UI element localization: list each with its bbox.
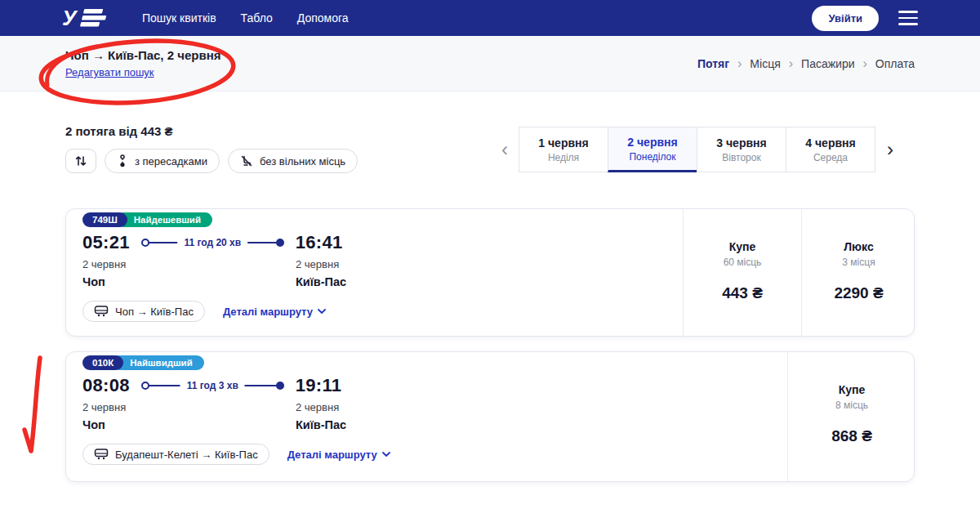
route-details-link[interactable]: Деталі маршруту [223,306,326,318]
date-label: 3 червня [716,136,766,150]
edit-search-link[interactable]: Редагувати пошук [65,66,220,78]
fare-class-label: Люкс [844,240,873,253]
fare-seats-label: 3 місця [842,257,875,268]
route-details-label: Деталі маршруту [223,306,313,318]
departure-station: Чоп [82,418,105,431]
svg-text:У: У [62,7,78,29]
chevron-right-icon: › [789,57,793,70]
chevron-down-icon [382,452,390,457]
full-route-label: Будапешт-Келеті → Київ-Пас [115,449,258,461]
train-card-010: 010К Найшвидший 08:08 11 год 3 хв 19:11 … [65,351,915,482]
route-timeline: 11 год 20 хв [141,234,284,252]
fastest-badge: Найшвидший [112,355,204,370]
main-nav: Пошук квитків Табло Допомога [142,11,349,25]
train-number-badge: 010К [82,355,123,370]
chevron-down-icon [318,309,326,314]
arrival-station: Київ-Пас [296,275,346,288]
fare-price: 443 ₴ [722,284,763,302]
train-card-749: 749Ш Найдешевший 05:21 11 год 20 хв 16:4… [65,208,915,337]
date-tab-june-4[interactable]: 4 червня Середа [786,127,875,172]
arrival-dot-icon [276,239,284,247]
weekday-label: Вівторок [722,152,760,163]
departure-date: 2 червня [82,401,126,413]
full-route-label: Чоп → Київ-Пас [115,306,194,318]
chevron-right-icon: › [863,57,867,70]
departure-time: 05:21 [82,232,130,253]
breadcrumb-step-train[interactable]: Потяг [697,57,729,70]
results-summary: 2 потяга від 443 ₴ [65,124,173,138]
train-number-badge: 749Ш [82,212,127,227]
arrival-dot-icon [276,382,284,390]
date-tab-june-1[interactable]: 1 червня Неділя [519,127,608,172]
weekday-label: Понеділок [629,151,675,163]
breadcrumb-step-passengers: Пасажири [801,57,854,70]
duration-label: 11 год 3 хв [180,380,245,391]
departure-station: Чоп [82,275,105,288]
topbar-right: Увійти [812,6,918,31]
cheapest-badge: Найдешевший [116,212,212,227]
arrival-date: 2 червня [296,258,339,270]
uz-logo-icon: У [62,7,109,29]
chevron-right-icon: › [737,57,742,70]
arrival-time: 16:41 [296,232,343,253]
full-route-button[interactable]: Чоп → Київ-Пас [82,301,205,322]
no-seats-icon [240,154,253,167]
nav-search-tickets[interactable]: Пошук квитків [142,11,216,25]
fare-kupe[interactable]: Купе 60 місць 443 ₴ [683,209,801,336]
date-label: 1 червня [538,136,588,150]
times-row: 05:21 11 год 20 хв 16:41 [82,232,343,253]
fare-class-label: Купе [729,240,756,253]
breadcrumb-step-payment: Оплата [875,57,915,70]
arrival-station: Київ-Пас [296,418,346,431]
red-check-annotation [16,350,57,460]
sort-icon [74,154,87,167]
breadcrumb: Потяг › Місця › Пасажири › Оплата [697,57,915,70]
departure-time: 08:08 [82,375,130,396]
filter-no-free-seats-button[interactable]: без вільних місць [228,149,358,173]
search-summary-bar: Чоп → Київ-Пас, 2 червня Редагувати пошу… [0,36,980,92]
date-carousel: ‹ 1 червня Неділя 2 червня Понеділок 3 ч… [490,127,905,172]
carousel-next-button[interactable]: › [875,127,905,172]
route-details-label: Деталі маршруту [287,449,377,461]
train-icon [94,306,109,317]
date-label: 4 червня [805,136,855,150]
filters-row: з пересадками без вільних місць [65,149,358,173]
filter-transfers-label: з пересадками [135,155,207,167]
duration-label: 11 год 20 хв [177,237,247,248]
carousel-prev-button[interactable]: ‹ [490,127,519,172]
train-badges: 010К Найшвидший [82,355,204,370]
arrival-time: 19:11 [296,375,342,396]
full-route-button[interactable]: Будапешт-Келеті → Київ-Пас [82,444,270,465]
fare-price: 2290 ₴ [834,284,883,302]
fare-lux[interactable]: Люкс 3 місця 2290 ₴ [801,209,915,336]
weekday-label: Середа [813,152,848,163]
top-navigation-bar: У Пошук квитків Табло Допомога Увійти [0,0,980,36]
route-details-link[interactable]: Деталі маршруту [287,449,390,461]
date-label: 2 червня [627,136,677,149]
train-badges: 749Ш Найдешевший [82,212,212,227]
filter-no-seats-label: без вільних місць [260,155,345,167]
fare-kupe[interactable]: Купе 8 місць 868 ₴ [787,352,915,481]
card-actions: Чоп → Київ-Пас Деталі маршруту [82,301,326,322]
weekday-label: Неділя [548,152,579,163]
date-tab-june-3[interactable]: 3 червня Вівторок [697,127,786,172]
uz-logo[interactable]: У [62,7,109,29]
nav-help[interactable]: Допомога [297,11,349,25]
fare-seats-label: 60 місць [724,257,762,268]
menu-icon[interactable] [898,7,918,29]
nav-board[interactable]: Табло [241,11,273,25]
card-actions: Будапешт-Келеті → Київ-Пас Деталі маршру… [82,444,390,465]
arrival-date: 2 червня [296,401,339,413]
times-row: 08:08 11 год 3 хв 19:11 [82,375,341,396]
login-button[interactable]: Увійти [812,6,879,31]
date-tab-june-2-selected[interactable]: 2 червня Понеділок [608,127,697,172]
departure-date: 2 червня [82,258,126,270]
breadcrumb-step-seats: Місця [750,57,780,70]
departure-dot-icon [141,239,149,247]
search-summary-block: Чоп → Київ-Пас, 2 червня Редагувати пошу… [65,48,220,78]
route-timeline: 11 год 3 хв [141,377,284,395]
sort-button[interactable] [65,149,96,173]
fare-class-label: Купе [839,383,866,396]
route-summary: Чоп → Київ-Пас, 2 червня [65,48,220,62]
filter-transfers-button[interactable]: з пересадками [105,149,220,173]
